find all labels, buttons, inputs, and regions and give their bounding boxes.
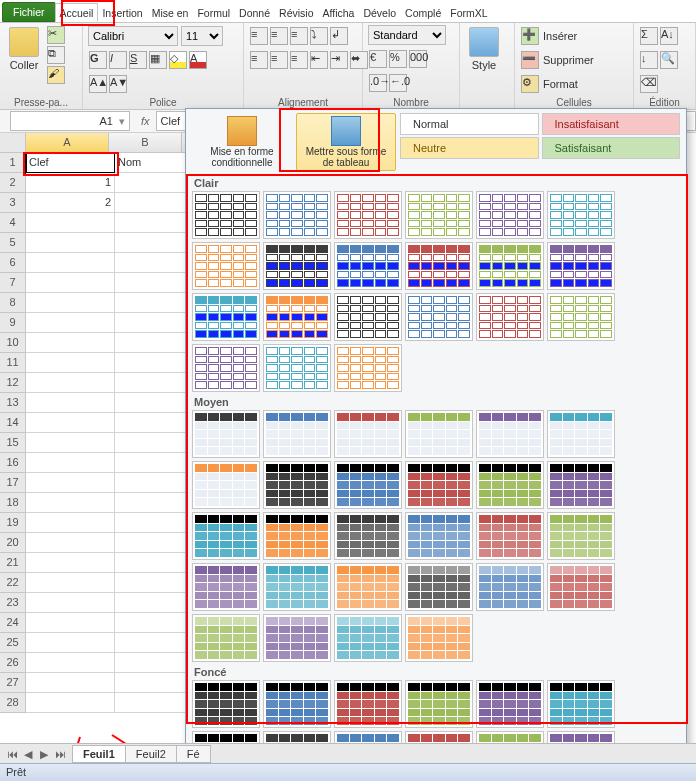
cell-B18[interactable] — [115, 493, 194, 513]
cell-A2[interactable]: 1 — [26, 173, 115, 193]
delete-cells-label[interactable]: Supprimer — [543, 54, 594, 66]
row-header-2[interactable]: 2 — [0, 173, 26, 193]
table-style-swatch[interactable] — [547, 242, 615, 290]
row-header-23[interactable]: 23 — [0, 593, 26, 613]
row-header-25[interactable]: 25 — [0, 633, 26, 653]
cell-A17[interactable] — [26, 473, 115, 493]
sort-icon[interactable]: A↓ — [660, 27, 678, 45]
row-header-26[interactable]: 26 — [0, 653, 26, 673]
cell-B10[interactable] — [115, 333, 194, 353]
cell-B27[interactable] — [115, 673, 194, 693]
row-header-17[interactable]: 17 — [0, 473, 26, 493]
table-style-swatch[interactable] — [547, 461, 615, 509]
tab-addins[interactable]: Complé — [400, 3, 446, 22]
table-style-swatch[interactable] — [405, 680, 473, 728]
cell-B26[interactable] — [115, 653, 194, 673]
cell-A24[interactable] — [26, 613, 115, 633]
sheet-tab-1[interactable]: Feuil1 — [72, 745, 126, 763]
cell-B28[interactable] — [115, 693, 194, 713]
row-header-7[interactable]: 7 — [0, 273, 26, 293]
cell-A8[interactable] — [26, 293, 115, 313]
cell-A27[interactable] — [26, 673, 115, 693]
namebox-arrow-icon[interactable]: ▾ — [119, 115, 125, 128]
cell-A12[interactable] — [26, 373, 115, 393]
insert-cells-icon[interactable]: ➕ — [521, 27, 539, 45]
number-format-combo[interactable]: Standard — [368, 25, 446, 45]
row-header-11[interactable]: 11 — [0, 353, 26, 373]
bold-icon[interactable]: G — [89, 51, 107, 69]
tab-formulas[interactable]: Formul — [192, 3, 235, 22]
name-box[interactable]: A1 ▾ — [10, 111, 130, 131]
tab-insert[interactable]: Insertion — [97, 3, 147, 22]
find-icon[interactable]: 🔍 — [660, 51, 678, 69]
cell-A1[interactable]: Clef — [26, 153, 115, 173]
table-style-swatch[interactable] — [263, 680, 331, 728]
row-header-16[interactable]: 16 — [0, 453, 26, 473]
decrease-indent-icon[interactable]: ⇤ — [310, 51, 328, 69]
align-right-icon[interactable]: ≡ — [290, 51, 308, 69]
styles-button[interactable]: Style — [465, 25, 503, 73]
cell-B19[interactable] — [115, 513, 194, 533]
row-header-20[interactable]: 20 — [0, 533, 26, 553]
table-style-swatch[interactable] — [334, 563, 402, 611]
table-style-swatch[interactable] — [263, 563, 331, 611]
format-cells-label[interactable]: Format — [543, 78, 578, 90]
cell-B20[interactable] — [115, 533, 194, 553]
table-style-swatch[interactable] — [263, 614, 331, 662]
row-header-13[interactable]: 13 — [0, 393, 26, 413]
table-style-swatch[interactable] — [405, 191, 473, 239]
select-all-corner[interactable] — [0, 133, 26, 153]
increase-indent-icon[interactable]: ⇥ — [330, 51, 348, 69]
table-style-swatch[interactable] — [263, 242, 331, 290]
cell-style-satisfaisant[interactable]: Satisfaisant — [542, 137, 681, 159]
sheet-tab-2[interactable]: Feuil2 — [125, 745, 177, 763]
grow-font-icon[interactable]: A▲ — [89, 75, 107, 93]
table-style-swatch[interactable] — [405, 293, 473, 341]
cell-style-insatisfaisant[interactable]: Insatisfaisant — [542, 113, 681, 135]
table-style-swatch[interactable] — [405, 242, 473, 290]
align-bottom-icon[interactable]: ≡ — [290, 27, 308, 45]
cell-A14[interactable] — [26, 413, 115, 433]
table-style-swatch[interactable] — [192, 242, 260, 290]
shrink-font-icon[interactable]: A▼ — [109, 75, 127, 93]
col-header-A[interactable]: A — [26, 133, 109, 153]
table-style-swatch[interactable] — [192, 293, 260, 341]
delete-cells-icon[interactable]: ➖ — [521, 51, 539, 69]
comma-icon[interactable]: 000 — [409, 50, 427, 68]
cell-B14[interactable] — [115, 413, 194, 433]
cell-B7[interactable] — [115, 273, 194, 293]
cell-B22[interactable] — [115, 573, 194, 593]
italic-icon[interactable]: I — [109, 51, 127, 69]
copy-icon[interactable]: ⧉ — [47, 46, 65, 64]
table-style-swatch[interactable] — [263, 344, 331, 392]
row-header-27[interactable]: 27 — [0, 673, 26, 693]
cell-A16[interactable] — [26, 453, 115, 473]
paste-button[interactable]: Coller — [5, 25, 43, 73]
table-style-swatch[interactable] — [405, 563, 473, 611]
autosum-icon[interactable]: Σ — [640, 27, 658, 45]
cell-A4[interactable] — [26, 213, 115, 233]
table-style-swatch[interactable] — [334, 512, 402, 560]
cell-A22[interactable] — [26, 573, 115, 593]
row-header-24[interactable]: 24 — [0, 613, 26, 633]
table-style-swatch[interactable] — [263, 410, 331, 458]
table-style-swatch[interactable] — [476, 680, 544, 728]
tab-data[interactable]: Donné — [234, 3, 275, 22]
row-header-4[interactable]: 4 — [0, 213, 26, 233]
sheet-nav-last-icon[interactable]: ⏭ — [52, 748, 68, 761]
table-style-swatch[interactable] — [192, 512, 260, 560]
decrease-decimal-icon[interactable]: ←.0 — [389, 74, 407, 92]
row-header-9[interactable]: 9 — [0, 313, 26, 333]
row-header-15[interactable]: 15 — [0, 433, 26, 453]
format-painter-icon[interactable]: 🖌 — [47, 66, 65, 84]
row-header-19[interactable]: 19 — [0, 513, 26, 533]
cell-A10[interactable] — [26, 333, 115, 353]
tab-formxl[interactable]: FormXL — [445, 3, 492, 22]
cell-B21[interactable] — [115, 553, 194, 573]
cell-A21[interactable] — [26, 553, 115, 573]
fill-icon[interactable]: ↓ — [640, 51, 658, 69]
cell-A13[interactable] — [26, 393, 115, 413]
table-style-swatch[interactable] — [547, 512, 615, 560]
cell-A3[interactable]: 2 — [26, 193, 115, 213]
sheet-nav-prev-icon[interactable]: ◀ — [20, 748, 36, 761]
